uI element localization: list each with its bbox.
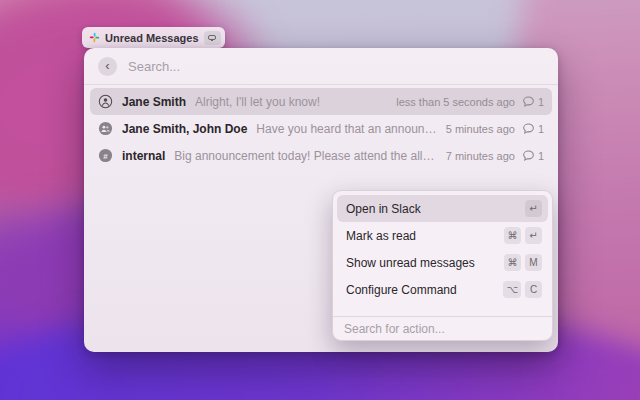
reply-count: 1 [538,96,544,108]
reply-count: 1 [538,150,544,162]
message-preview: Alright, I'll let you know! [195,95,388,109]
action-mark-as-read[interactable]: Mark as read ⌘ ↵ [337,222,548,249]
action-open-in-slack[interactable]: Open in Slack ↵ [337,195,548,222]
message-sender: Jane Smith [122,95,186,109]
message-row-internal-channel[interactable]: # internal Big announcement today! Pleas… [90,142,552,169]
message-row-jane-smith[interactable]: Jane Smith Alright, I'll let you know! l… [90,88,552,115]
message-sender: internal [122,149,165,163]
return-keycap: ↵ [525,200,542,217]
message-time: 5 minutes ago [446,123,515,135]
command-keycap: ⌘ [504,254,521,271]
return-keycap: ↵ [525,227,542,244]
comment-bubble-icon [522,149,535,162]
person-circle-icon [98,94,113,109]
action-menu-items: Open in Slack ↵ Mark as read ⌘ ↵ Show un… [333,191,552,307]
message-preview: Big announcement today! Please attend th… [174,149,437,163]
slack-icon [89,32,100,43]
action-menu: Open in Slack ↵ Mark as read ⌘ ↵ Show un… [332,190,553,341]
comment-bubble-icon [522,122,535,135]
message-time: less than 5 seconds ago [396,96,515,108]
back-button[interactable]: ‹ [98,57,117,76]
action-show-unread-messages[interactable]: Show unread messages ⌘ M [337,249,548,276]
chevron-left-icon: ‹ [105,59,109,72]
m-keycap: M [525,254,542,271]
action-label: Mark as read [346,229,416,243]
action-label: Show unread messages [346,256,475,270]
message-preview: Have you heard that an announcement is c… [256,122,437,136]
action-configure-command[interactable]: Configure Command ⌥ C [337,276,548,303]
message-sender: Jane Smith, John Doe [122,122,247,136]
action-search-input[interactable]: Search for action... [344,322,445,336]
search-input[interactable]: Search... [128,59,180,74]
svg-text:#: # [103,152,108,161]
command-tag[interactable]: Unread Messages [82,27,225,48]
channel-hash-icon: # [98,148,113,163]
hotkey-icon [204,31,221,45]
message-list: Jane Smith Alright, I'll let you know! l… [84,85,558,172]
reply-count: 1 [538,123,544,135]
action-label: Open in Slack [346,202,421,216]
command-keycap: ⌘ [504,227,521,244]
launcher-window: ‹ Search... Jane Smith Alright, I'll let… [84,48,558,352]
c-keycap: C [525,281,542,298]
comment-bubble-icon [522,95,535,108]
action-label: Configure Command [346,283,457,297]
message-row-jane-smith-john-doe[interactable]: Jane Smith, John Doe Have you heard that… [90,115,552,142]
option-keycap: ⌥ [503,281,521,298]
group-circle-icon [98,121,113,136]
search-bar: ‹ Search... [84,48,558,85]
message-time: 7 minutes ago [446,150,515,162]
action-search-bar[interactable]: Search for action... [333,316,552,340]
command-tag-label: Unread Messages [105,32,199,44]
